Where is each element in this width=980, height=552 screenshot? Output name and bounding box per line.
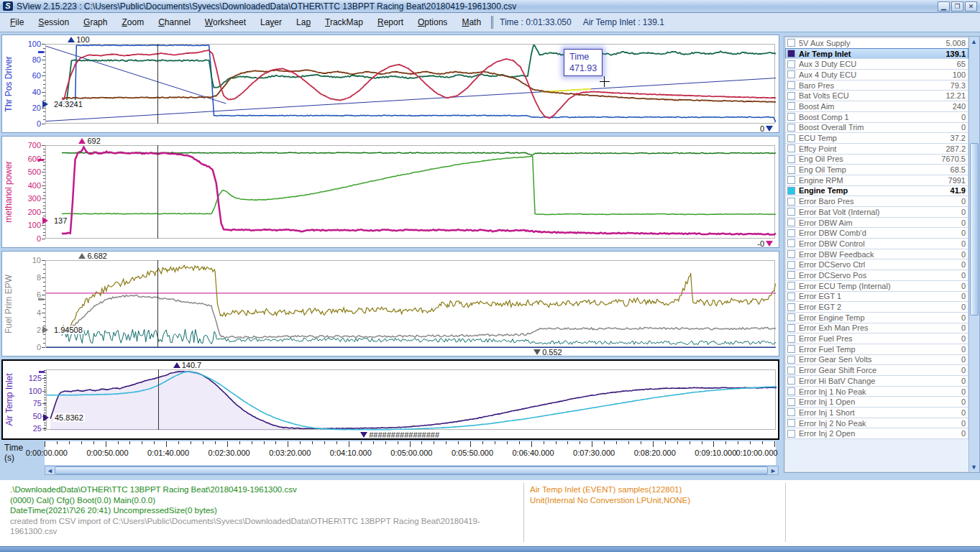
channel-row[interactable]: Error Fuel Temp0: [785, 344, 968, 355]
channel-checkbox[interactable]: [787, 229, 795, 237]
channel-color-swatch[interactable]: [787, 187, 795, 195]
time-cursor-line[interactable]: [158, 369, 159, 430]
close-button[interactable]: ✕: [965, 1, 977, 12]
channel-checkbox[interactable]: [787, 155, 795, 163]
channel-checkbox[interactable]: [787, 408, 795, 416]
restore-button[interactable]: ❐: [951, 1, 963, 12]
channel-row[interactable]: Boost Comp 10: [785, 111, 968, 123]
menu-layer[interactable]: Layer: [253, 15, 289, 29]
channel-row[interactable]: Error DCServo Ctrl0: [785, 259, 968, 270]
channel-row[interactable]: Error DCServo Pos0: [785, 270, 968, 281]
channel-row[interactable]: Bat Volts ECU12.21: [785, 90, 968, 101]
scroll-down-arrow-icon[interactable]: ▼: [971, 464, 977, 471]
channel-row[interactable]: Aux 4 Duty ECU100: [785, 69, 968, 80]
channel-row[interactable]: Aux 3 Duty ECU65: [785, 58, 968, 70]
channel-row[interactable]: Error Baro Pres0: [785, 196, 968, 207]
channel-scroll-thumb[interactable]: [970, 143, 979, 316]
channel-checkbox[interactable]: [787, 124, 795, 132]
time-cursor-line[interactable]: [157, 44, 158, 124]
channel-row[interactable]: Engine RPM7991: [785, 175, 968, 186]
channel-row[interactable]: Error Gear Shift Force0: [785, 364, 968, 376]
channel-row[interactable]: Boost Aim240: [785, 101, 968, 112]
channel-row[interactable]: Eng Oil Pres7670.5: [785, 154, 968, 165]
channel-row[interactable]: Error DBW Feedback0: [785, 249, 968, 260]
channel-row[interactable]: Error Fuel Pres0: [785, 333, 968, 344]
minimize-button[interactable]: ▁: [938, 1, 950, 12]
channel-row[interactable]: Error Hi BatV Change0: [785, 375, 968, 387]
scroll-left-arrow-icon[interactable]: ◄: [47, 467, 53, 474]
menu-zoom[interactable]: Zoom: [114, 15, 151, 29]
channel-checkbox[interactable]: [787, 81, 795, 89]
plot-area[interactable]: [45, 145, 775, 239]
channel-checkbox[interactable]: [787, 293, 795, 300]
channel-checkbox[interactable]: [787, 218, 795, 226]
channel-checkbox[interactable]: [787, 367, 795, 374]
channel-checkbox[interactable]: [787, 324, 795, 332]
channel-checkbox[interactable]: [787, 313, 795, 321]
plot-area[interactable]: [46, 369, 776, 430]
channel-row[interactable]: Error Gear Sen Volts0: [785, 354, 968, 366]
channel-row[interactable]: Error Inj 1 Short0: [785, 407, 968, 418]
channel-row[interactable]: Error DBW Comb'd0: [785, 227, 968, 239]
channel-row[interactable]: Air Temp Inlet139.1: [785, 48, 968, 60]
horizontal-scroll-thumb[interactable]: [55, 466, 768, 474]
menu-math[interactable]: Math: [454, 15, 488, 29]
channel-checkbox[interactable]: [787, 144, 795, 152]
menu-options[interactable]: Options: [411, 15, 454, 29]
channel-checkbox[interactable]: [787, 70, 795, 78]
graph-panel-4[interactable]: Air Temp Inlet255075100125140.7#########…: [1, 359, 779, 440]
menu-channel[interactable]: Channel: [151, 15, 198, 29]
channel-color-swatch[interactable]: [787, 50, 795, 58]
channel-checkbox[interactable]: [787, 198, 795, 206]
channel-checkbox[interactable]: [787, 419, 795, 427]
channel-checkbox[interactable]: [787, 92, 795, 100]
graph-panel-1[interactable]: Thr Pos Driver020406080100100024.3241: [1, 34, 779, 133]
channel-checkbox[interactable]: [787, 377, 795, 385]
channel-checkbox[interactable]: [787, 335, 795, 343]
scroll-right-arrow-icon[interactable]: ►: [770, 467, 777, 474]
menu-worksheet[interactable]: Worksheet: [198, 15, 253, 29]
graph-panel-2[interactable]: methanol power0100200300400500600700692-…: [1, 136, 779, 248]
channel-row[interactable]: Error Inj 2 No Peak0: [785, 418, 968, 429]
channel-checkbox[interactable]: [787, 387, 795, 395]
channel-checkbox[interactable]: [787, 261, 795, 269]
channel-row[interactable]: Engine Temp41.9: [785, 185, 968, 197]
channel-row[interactable]: Error Exh Man Pres0: [785, 323, 968, 334]
channel-checkbox[interactable]: [787, 282, 795, 290]
channel-checkbox[interactable]: [787, 398, 795, 406]
channel-checkbox[interactable]: [787, 113, 795, 121]
channel-row[interactable]: Error Inj 2 Open0: [785, 428, 968, 439]
menu-report[interactable]: Report: [370, 15, 411, 29]
channel-checkbox[interactable]: [787, 39, 795, 47]
channel-row[interactable]: Error Inj 1 Open0: [785, 396, 968, 408]
plot-area[interactable]: [45, 260, 775, 347]
channel-row[interactable]: Error Inj 1 No Peak0: [785, 386, 968, 397]
channel-checkbox[interactable]: [787, 102, 795, 110]
horizontal-scrollbar[interactable]: ◄ ►: [45, 466, 779, 475]
scroll-up-arrow-icon[interactable]: ▲: [971, 38, 977, 45]
channel-checkbox[interactable]: [787, 176, 795, 184]
channel-checkbox[interactable]: [787, 166, 795, 174]
channel-row[interactable]: Baro Pres79.3: [785, 80, 968, 91]
channel-row[interactable]: Error DBW Aim0: [785, 217, 968, 229]
menu-session[interactable]: Session: [31, 15, 76, 29]
channel-checkbox[interactable]: [787, 250, 795, 258]
channel-row[interactable]: Error Engine Temp0: [785, 312, 968, 323]
channel-checkbox[interactable]: [787, 345, 795, 353]
channel-checkbox[interactable]: [787, 60, 795, 68]
channel-row[interactable]: Error EGT 10: [785, 291, 968, 303]
channel-row[interactable]: Boost Overall Trim0: [785, 122, 968, 134]
channel-checkbox[interactable]: [787, 271, 795, 279]
channel-checkbox[interactable]: [787, 303, 795, 311]
channel-row[interactable]: Error EGT 20: [785, 301, 968, 313]
channel-row[interactable]: Effcy Point287.2: [785, 143, 968, 155]
time-cursor-line[interactable]: [157, 145, 158, 239]
channel-row[interactable]: Error ECU Temp (Internal)0: [785, 280, 968, 292]
channel-checkbox[interactable]: [787, 239, 795, 247]
channel-row[interactable]: 5V Aux Supply5.008: [785, 37, 968, 49]
graph-panel-3[interactable]: Fuel Prim EPW02468106.6820.5521.94508: [1, 251, 779, 356]
channel-checkbox[interactable]: [787, 208, 795, 216]
channel-checkbox[interactable]: [787, 356, 795, 364]
channel-checkbox[interactable]: [787, 134, 795, 142]
channel-row[interactable]: Eng Oil Temp68.5: [785, 164, 968, 175]
